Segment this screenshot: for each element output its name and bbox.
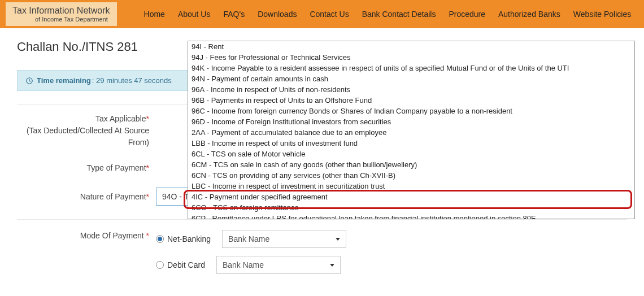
tax-applicable-label: Tax Applicable* (Tax Deducted/Collected … [17,113,156,149]
nav-item-home[interactable]: Home [140,6,169,22]
type-of-payment-label: Type of Payment* [17,162,156,174]
nav-item-about-us[interactable]: About Us [173,6,215,22]
required-asterisk: * [146,163,149,172]
radio-icon [156,235,164,243]
chevron-down-icon [336,238,340,241]
top-nav-bar: Tax Information Network of Income Tax De… [0,0,644,28]
dropdown-option[interactable]: 4IC - Payment under specified agreement [188,191,634,202]
dropdown-option[interactable]: 6CO - TCS on foreign remittance [188,202,634,213]
net-banking-radio[interactable]: Net-Banking [156,234,211,243]
dropdown-option[interactable]: LBB - Income in respect of units of inve… [188,138,634,149]
dropdown-option[interactable]: 96A - Income in respect of Units of non-… [188,84,634,95]
time-remaining-value: : 29 minutes 47 seconds [92,76,172,85]
dropdown-option[interactable]: LBC - Income in respect of investment in… [188,181,634,191]
site-logo: Tax Information Network of Income Tax De… [6,2,117,26]
dropdown-option[interactable]: 96B - Payments in respect of Units to an… [188,95,634,106]
divider [17,219,627,220]
dropdown-option[interactable]: 94I - Rent [188,41,634,52]
nav-item-downloads[interactable]: Downloads [253,6,301,22]
dropdown-option[interactable]: 94J - Fees for Professional or Technical… [188,52,634,63]
dropdown-option[interactable]: 6CM - TCS on sale in cash of any goods (… [188,159,634,170]
nav-item-bank-contact-details[interactable]: Bank Contact Details [358,6,441,22]
nav-item-faq-s[interactable]: FAQ's [219,6,249,22]
chevron-down-icon [330,264,334,267]
nav-item-contact-us[interactable]: Contact Us [305,6,353,22]
dropdown-option[interactable]: 94N - Payment of certain amounts in cash [188,73,634,84]
debit-card-radio[interactable]: Debit Card [156,260,205,269]
main-nav: HomeAbout UsFAQ'sDownloadsContact UsBank… [140,6,636,22]
dropdown-option[interactable]: 6CN - TCS on providing of any services (… [188,170,634,181]
nature-of-payment-label: Nature of Payment* [17,191,156,203]
nav-item-authorized-banks[interactable]: Authorized Banks [494,6,565,22]
nav-item-website-policies[interactable]: Website Policies [569,6,636,22]
debit-card-bank-select[interactable]: Bank Name [216,256,341,274]
required-asterisk: * [146,231,149,240]
net-banking-bank-select[interactable]: Bank Name [222,230,346,248]
nav-item-procedure[interactable]: Procedure [444,6,490,22]
nature-of-payment-dropdown[interactable]: 94I - Rent94J - Fees for Professional or… [188,41,635,219]
time-remaining-label: Time remaining [37,76,91,85]
logo-subtitle: of Income Tax Department [12,16,110,23]
dropdown-option[interactable]: 96C - Income from foreign currency Bonds… [188,106,634,116]
required-asterisk: * [146,192,149,201]
clock-icon [25,77,33,85]
dropdown-option[interactable]: 6CL - TCS on sale of Motor vehicle [188,149,634,159]
logo-title: Tax Information Network [12,6,110,16]
mode-of-payment-label: Mode Of Payment * [17,230,156,242]
dropdown-option[interactable]: 94K - Income Payable to a resident asses… [188,63,634,73]
dropdown-option[interactable]: 6CP - Remittance under LRS for education… [188,213,634,219]
required-asterisk: * [146,114,149,123]
dropdown-option[interactable]: 96D - Income of Foreign Institutional in… [188,116,634,127]
radio-icon [156,261,164,269]
dropdown-option[interactable]: 2AA - Payment of accumulated balance due… [188,127,634,138]
